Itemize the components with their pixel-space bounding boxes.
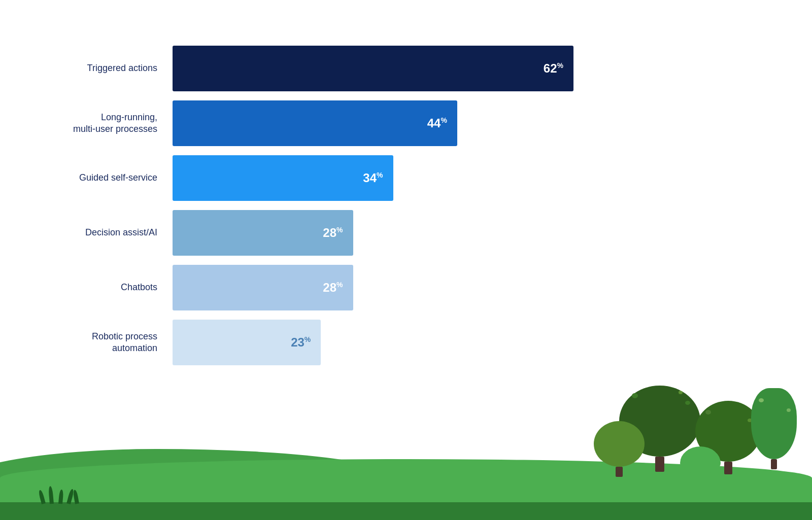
bar-label-guided-self-service: Guided self-service [41,172,173,184]
bar-value-triggered-actions: 62% [544,61,563,76]
bar-label-robotic-process: Robotic processautomation [41,331,173,355]
bar-wrapper-chatbots: 28% [173,265,573,310]
bar-value-robotic-process: 23% [291,335,311,350]
bar-label-triggered-actions: Triggered actions [41,62,173,74]
bar-row-decision-assist: Decision assist/AI28% [41,210,573,256]
bar-value-long-running: 44% [427,116,447,130]
bar-row-triggered-actions: Triggered actions62% [41,46,573,91]
chart-container: Triggered actions62%Long-running,multi-u… [0,0,812,520]
bar-label-long-running: Long-running,multi-user processes [41,112,173,135]
bar-fill-decision-assist: 28% [173,210,353,256]
bar-fill-chatbots: 28% [173,265,353,310]
bar-fill-robotic-process: 23% [173,320,321,365]
bar-row-guided-self-service: Guided self-service34% [41,155,573,201]
bar-fill-guided-self-service: 34% [173,155,393,201]
bar-label-chatbots: Chatbots [41,282,173,293]
bar-wrapper-robotic-process: 23% [173,320,573,365]
bar-row-chatbots: Chatbots28% [41,265,573,310]
bar-value-guided-self-service: 34% [363,171,383,185]
bar-wrapper-decision-assist: 28% [173,210,573,256]
bar-row-long-running: Long-running,multi-user processes44% [41,100,573,146]
bar-fill-long-running: 44% [173,100,457,146]
bar-fill-triggered-actions: 62% [173,46,573,91]
bars-area: Triggered actions62%Long-running,multi-u… [41,46,573,365]
bar-row-robotic-process: Robotic processautomation23% [41,320,573,365]
bar-wrapper-long-running: 44% [173,100,573,146]
bar-label-decision-assist: Decision assist/AI [41,227,173,238]
bar-value-chatbots: 28% [323,281,343,295]
bar-value-decision-assist: 28% [323,226,343,240]
bar-wrapper-guided-self-service: 34% [173,155,573,201]
bar-wrapper-triggered-actions: 62% [173,46,573,91]
